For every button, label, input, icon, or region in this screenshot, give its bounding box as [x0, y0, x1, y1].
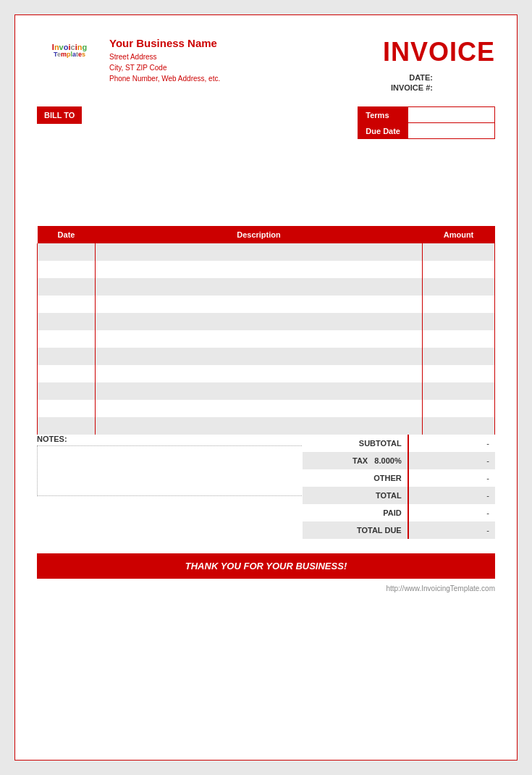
table-row[interactable] — [38, 348, 495, 365]
phone-web: Phone Number, Web Address, etc. — [109, 73, 220, 84]
cell-amount[interactable] — [423, 382, 495, 400]
cell-description[interactable] — [96, 348, 423, 365]
invoice-num-label: INVOICE #: — [391, 83, 433, 92]
due-date-value[interactable] — [408, 123, 495, 139]
col-amount-header: Amount — [423, 226, 495, 243]
cell-date[interactable] — [38, 330, 96, 348]
cell-date[interactable] — [38, 313, 96, 330]
cell-amount[interactable] — [423, 330, 495, 348]
subtotal-value: - — [408, 435, 495, 452]
cell-date[interactable] — [38, 261, 96, 278]
tax-rate: 8.000% — [374, 456, 401, 465]
cell-description[interactable] — [96, 382, 423, 400]
tax-value: - — [408, 452, 495, 469]
cell-date[interactable] — [38, 400, 96, 417]
cell-description[interactable] — [96, 400, 423, 417]
cell-description[interactable] — [96, 261, 423, 278]
cell-description[interactable] — [96, 330, 423, 348]
table-row[interactable] — [38, 365, 495, 382]
cell-amount[interactable] — [423, 261, 495, 278]
table-row[interactable] — [38, 330, 495, 348]
total-due-label: TOTAL DUE — [303, 521, 408, 539]
notes-label: NOTES: — [37, 435, 289, 443]
cell-description[interactable] — [96, 313, 423, 330]
cell-amount[interactable] — [423, 417, 495, 435]
notes-box[interactable] — [37, 445, 312, 496]
cell-date[interactable] — [38, 348, 96, 365]
table-row[interactable] — [38, 382, 495, 400]
footer-url: http://www.InvoicingTemplate.com — [37, 585, 495, 592]
tax-row: TAX 8.000% - — [303, 452, 495, 469]
items-table: Date Description Amount — [37, 226, 495, 435]
table-row[interactable] — [38, 417, 495, 435]
logo: Invoicing Templates — [37, 37, 102, 64]
other-row: OTHER - — [303, 469, 495, 487]
table-header-row: Date Description Amount — [38, 226, 495, 243]
total-label: TOTAL — [303, 487, 408, 504]
business-name: Your Business Name — [109, 37, 220, 49]
cell-amount[interactable] — [423, 313, 495, 330]
street-address: Street Address — [109, 51, 220, 62]
invoice-title: INVOICE — [383, 37, 495, 67]
table-row[interactable] — [38, 296, 495, 313]
cell-amount[interactable] — [423, 365, 495, 382]
terms-label: Terms — [358, 107, 408, 123]
totals-table: SUBTOTAL - TAX 8.000% - OTHER - TOTA — [303, 435, 495, 539]
table-row[interactable] — [38, 400, 495, 417]
invoice-document: Invoicing Templates Your Business Name S… — [14, 14, 518, 761]
cell-date[interactable] — [38, 278, 96, 296]
bill-to-area: BILL TO — [37, 106, 82, 124]
invoice-meta: DATE: INVOICE #: — [383, 73, 495, 92]
tax-label-cell: TAX 8.000% — [303, 452, 408, 469]
due-date-row: Due Date — [358, 123, 495, 139]
cell-description[interactable] — [96, 243, 423, 261]
cell-amount[interactable] — [423, 348, 495, 365]
total-due-row: TOTAL DUE - — [303, 521, 495, 539]
paid-value: - — [408, 504, 495, 521]
cell-description[interactable] — [96, 296, 423, 313]
col-desc-header: Description — [96, 226, 423, 243]
terms-area: Terms Due Date — [358, 106, 495, 139]
table-row[interactable] — [38, 278, 495, 296]
cell-date[interactable] — [38, 243, 96, 261]
header-right: INVOICE DATE: INVOICE #: — [383, 37, 495, 93]
cell-description[interactable] — [96, 278, 423, 296]
terms-value[interactable] — [408, 107, 495, 123]
table-row[interactable] — [38, 313, 495, 330]
cell-amount[interactable] — [423, 296, 495, 313]
terms-row: Terms — [358, 107, 495, 123]
date-row: DATE: — [383, 73, 495, 82]
paid-label: PAID — [303, 504, 408, 521]
cell-date[interactable] — [38, 417, 96, 435]
table-row[interactable] — [38, 243, 495, 261]
cell-amount[interactable] — [423, 278, 495, 296]
cell-amount[interactable] — [423, 243, 495, 261]
thank-you-bar: THANK YOU FOR YOUR BUSINESS! — [37, 553, 495, 579]
total-value: - — [408, 487, 495, 504]
col-date-header: Date — [38, 226, 96, 243]
other-value: - — [408, 469, 495, 487]
bill-section: BILL TO Terms Due Date — [37, 106, 495, 139]
cell-description[interactable] — [96, 417, 423, 435]
total-due-value: - — [408, 521, 495, 539]
header-section: Invoicing Templates Your Business Name S… — [37, 37, 495, 93]
cell-description[interactable] — [96, 365, 423, 382]
date-label: DATE: — [409, 73, 433, 82]
invoice-num-row: INVOICE #: — [383, 83, 495, 92]
bottom-section: NOTES: SUBTOTAL - TAX 8.000% - — [37, 435, 495, 539]
cell-date[interactable] — [38, 382, 96, 400]
due-date-label: Due Date — [358, 123, 408, 139]
subtotal-row: SUBTOTAL - — [303, 435, 495, 452]
notes-section: NOTES: — [37, 435, 289, 496]
totals-section: SUBTOTAL - TAX 8.000% - OTHER - TOTA — [303, 435, 495, 539]
cell-date[interactable] — [38, 365, 96, 382]
city-state-zip: City, ST ZIP Code — [109, 62, 220, 73]
address-spacer — [37, 146, 495, 219]
cell-amount[interactable] — [423, 400, 495, 417]
tax-label: TAX — [352, 456, 368, 465]
bill-to-label: BILL TO — [37, 106, 82, 124]
cell-date[interactable] — [38, 296, 96, 313]
total-row: TOTAL - — [303, 487, 495, 504]
header-left: Invoicing Templates Your Business Name S… — [37, 37, 220, 84]
table-row[interactable] — [38, 261, 495, 278]
